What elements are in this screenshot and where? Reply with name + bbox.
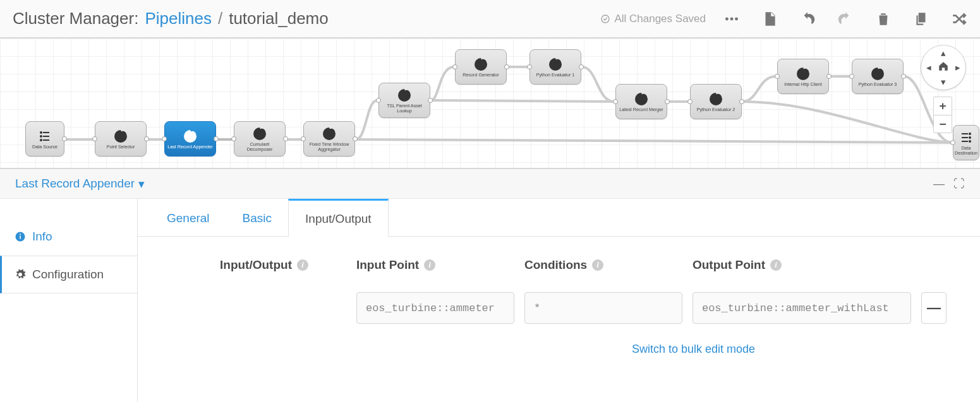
zoom-control: + −	[933, 97, 952, 133]
sidetab-label: Configuration	[32, 268, 104, 281]
nav-left[interactable]: ◂	[926, 62, 931, 73]
undo-button[interactable]	[799, 11, 816, 27]
node-latest-record-merger[interactable]: Latest Record Merger	[615, 84, 667, 119]
node-data-destination[interactable]: Data Destination	[953, 125, 979, 160]
node-last-record-appender[interactable]: Last Record Appender	[164, 121, 216, 157]
tab-label: Basic	[243, 211, 272, 225]
col-label: Input Point	[356, 258, 419, 272]
node-record-generator[interactable]: Record Generator	[455, 49, 507, 85]
nav-up[interactable]: ▴	[941, 47, 946, 59]
node-label: Data Source	[32, 145, 57, 150]
tab-general[interactable]: General	[150, 199, 226, 236]
svg-rect-11	[20, 236, 21, 239]
tab-label: Input/Output	[305, 212, 372, 226]
node-tsl-parent[interactable]: TSL Parent Asset Lookup	[378, 83, 430, 118]
section-label: Input/Output i	[220, 258, 308, 272]
redo-button[interactable]	[837, 11, 854, 27]
info-icon	[15, 231, 26, 242]
caret-down-icon: ▾	[138, 177, 145, 191]
selected-node-title: Last Record Appender	[15, 177, 135, 191]
expand-panel[interactable]: ⛶	[953, 177, 965, 191]
swirl-icon	[708, 92, 723, 107]
col-output-point: Output Pointi	[693, 258, 911, 272]
shuffle-button[interactable]	[951, 11, 967, 27]
svg-point-1	[725, 17, 729, 20]
conditions-field[interactable]	[524, 292, 682, 324]
swirl-icon	[634, 92, 649, 107]
swirl-icon	[795, 66, 811, 81]
node-label: Python Evaluator 3	[859, 82, 897, 87]
selected-node-dropdown[interactable]: Last Record Appender ▾	[15, 177, 145, 191]
tab-basic[interactable]: Basic	[226, 199, 288, 236]
info-icon[interactable]: i	[770, 259, 782, 271]
bulk-edit-label: Switch to bulk edit mode	[632, 343, 755, 355]
swirl-icon	[870, 66, 885, 81]
pipelines-link[interactable]: Pipelines	[145, 9, 212, 28]
node-python-evaluator-3[interactable]: Python Evaluator 3	[852, 59, 904, 94]
nav-down[interactable]: ▾	[941, 76, 946, 88]
node-point-selector[interactable]: Point Selector	[95, 121, 147, 157]
sidetab-info[interactable]: Info	[0, 218, 138, 256]
svg-point-7	[969, 133, 971, 135]
node-label: Record Generator	[463, 73, 499, 78]
breadcrumb: Cluster Manager: Pipelines / tutorial_de…	[13, 9, 329, 28]
col-label: Conditions	[524, 258, 587, 272]
svg-point-12	[20, 234, 21, 235]
delete-button[interactable]	[875, 11, 892, 27]
node-python-evaluator-2[interactable]: Python Evaluator 2	[690, 84, 742, 119]
svg-point-8	[969, 136, 971, 139]
more-button[interactable]	[723, 11, 740, 27]
remove-row-button[interactable]: —	[921, 292, 947, 324]
node-python-evaluator-1[interactable]: Python Evaluator 1	[529, 49, 581, 85]
copy-button[interactable]	[913, 11, 929, 27]
swirl-icon	[397, 88, 412, 103]
output-point-field[interactable]	[693, 292, 911, 324]
node-label: Latest Record Merger	[619, 107, 663, 112]
sidetab-configuration[interactable]: Configuration	[0, 256, 138, 293]
node-fixed-time-window[interactable]: Fixed Time Window Aggregator	[303, 121, 355, 157]
pipeline-canvas[interactable]: Data Source Point Selector Last Record A…	[0, 38, 980, 169]
zoom-out[interactable]: −	[934, 115, 952, 133]
svg-point-9	[969, 140, 971, 143]
svg-point-4	[40, 131, 42, 134]
swirl-icon	[322, 126, 337, 141]
info-icon[interactable]: i	[592, 259, 603, 271]
swirl-icon	[113, 129, 128, 144]
node-internal-http-client[interactable]: Internal Http Client	[777, 59, 829, 94]
file-button[interactable]	[761, 11, 778, 27]
svg-point-0	[602, 15, 609, 23]
node-label: Cumulant Decomposer	[237, 142, 282, 151]
swirl-icon	[473, 57, 488, 72]
node-label: Python Evaluator 1	[536, 73, 575, 78]
swirl-icon	[183, 129, 198, 144]
save-status-label: All Changes Saved	[614, 13, 706, 25]
info-icon[interactable]: i	[424, 259, 435, 271]
nav-right[interactable]: ▸	[955, 62, 960, 73]
svg-point-2	[730, 17, 734, 20]
zoom-in[interactable]: +	[934, 97, 952, 115]
node-data-source[interactable]: Data Source	[25, 121, 64, 157]
sidetab-label: Info	[32, 230, 52, 244]
page-title: tutorial_demo	[229, 9, 329, 28]
nav-home[interactable]	[938, 61, 949, 74]
bulk-edit-link[interactable]: Switch to bulk edit mode	[420, 343, 967, 356]
tab-label: General	[167, 211, 210, 225]
node-label: Internal Http Client	[784, 82, 822, 87]
svg-point-3	[735, 17, 738, 20]
svg-point-6	[40, 139, 42, 141]
col-label: Output Point	[693, 258, 765, 272]
input-point-field[interactable]	[356, 292, 514, 324]
data-destination-icon	[959, 130, 974, 145]
save-status: All Changes Saved	[600, 13, 706, 25]
app-label: Cluster Manager:	[13, 9, 138, 28]
swirl-icon	[548, 57, 563, 72]
info-icon[interactable]: i	[297, 259, 308, 271]
minimize-panel[interactable]: —	[933, 177, 945, 191]
node-cumulant-decomposer[interactable]: Cumulant Decomposer	[234, 121, 286, 157]
node-label: Point Selector	[107, 145, 135, 150]
swirl-icon	[252, 126, 267, 141]
gear-icon	[15, 269, 26, 280]
col-conditions: Conditionsi	[524, 258, 682, 272]
node-label: Data Destination	[955, 146, 977, 155]
tab-input-output[interactable]: Input/Output	[288, 199, 389, 237]
